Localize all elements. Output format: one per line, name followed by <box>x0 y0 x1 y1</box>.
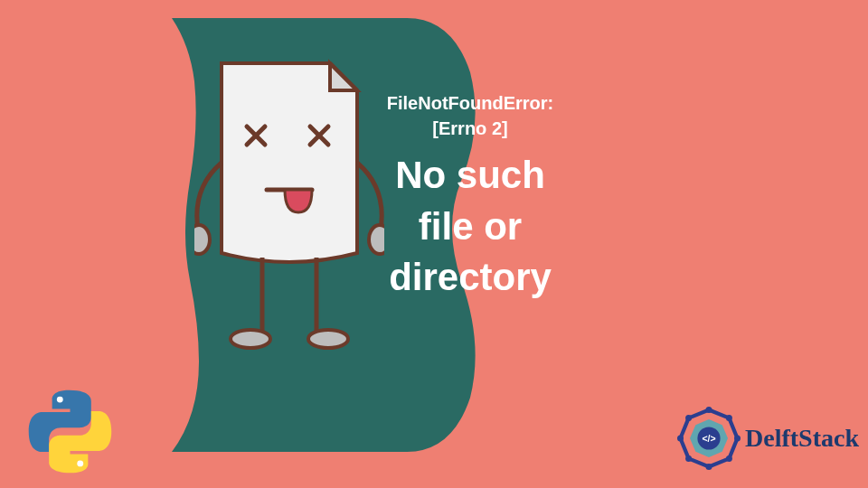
svg-point-21 <box>685 415 692 421</box>
error-msg-3: directory <box>353 252 588 304</box>
svg-point-20 <box>677 436 684 442</box>
svg-point-14 <box>706 407 712 413</box>
delftstack-logo-icon: </> <box>677 407 741 470</box>
error-errno: [Errno 2] <box>353 116 588 141</box>
svg-point-9 <box>231 330 270 348</box>
svg-point-12 <box>77 460 83 466</box>
delftstack-brand: </> DelftStack <box>677 407 859 470</box>
error-text-block: FileNotFoundError: [Errno 2] No such fil… <box>353 90 588 304</box>
python-logo-icon <box>27 389 113 474</box>
svg-point-15 <box>726 415 732 421</box>
error-msg-2: file or <box>353 202 588 253</box>
svg-point-17 <box>726 455 732 462</box>
svg-text:</>: </> <box>702 433 715 444</box>
svg-point-5 <box>194 225 210 254</box>
error-msg-1: No such <box>353 150 588 202</box>
brand-name: DelftStack <box>745 424 859 453</box>
svg-point-16 <box>734 436 741 442</box>
svg-point-18 <box>706 464 712 470</box>
svg-point-10 <box>308 330 348 348</box>
svg-point-11 <box>57 397 63 403</box>
svg-point-19 <box>685 455 692 462</box>
error-title: FileNotFoundError: <box>353 90 588 116</box>
